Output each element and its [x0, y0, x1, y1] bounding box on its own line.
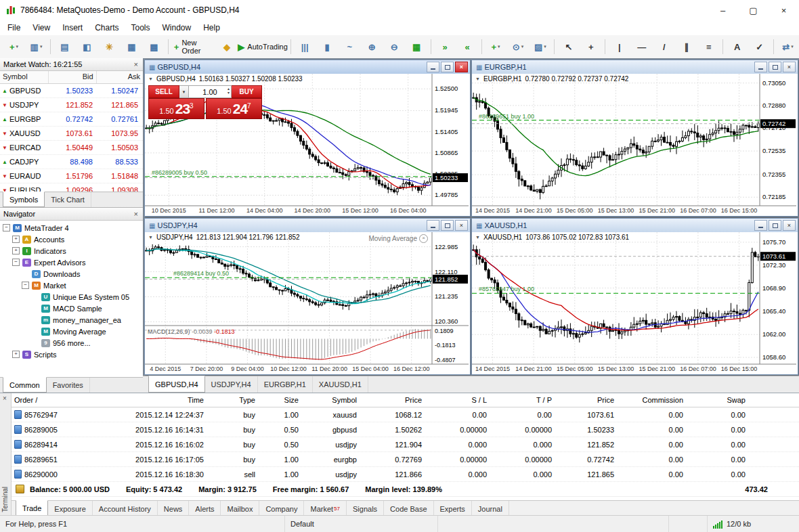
chart-plot[interactable]: #85762947 buy 1.001075.701072.301068.901…: [472, 232, 798, 374]
tree-item-unique-eas-system-05[interactable]: UUnique EAs System 05: [0, 291, 143, 303]
chart-window-xauusd-h1[interactable]: ▦ XAUUSD,H1 × #85762947 buy 1.001075.701…: [471, 218, 798, 375]
indicators-button[interactable]: +▾: [485, 39, 506, 56]
terminal-button[interactable]: ▦: [121, 39, 142, 56]
market-watch-row-eurcad[interactable]: ▼EURCAD1.504491.50503: [0, 141, 143, 155]
tree-item-market[interactable]: −MMarket: [0, 280, 143, 291]
chart-shift-button[interactable]: «: [457, 39, 478, 56]
chart-titlebar[interactable]: ▦ USDJPY,H4 ×: [145, 219, 470, 233]
expand-box-icon[interactable]: +: [12, 351, 20, 358]
tab-favorites[interactable]: Favorites: [47, 378, 90, 393]
tree-item-indicators[interactable]: +IIndicators: [0, 245, 143, 257]
tab-common[interactable]: Common: [3, 377, 47, 393]
minimize-button[interactable]: –: [708, 0, 738, 20]
column-header-price[interactable]: Price: [360, 396, 425, 404]
menu-window[interactable]: Window: [156, 21, 198, 35]
chart-restore-button[interactable]: [769, 62, 781, 72]
tree-item-money-manager-ea[interactable]: mmoney_manager_ea: [0, 314, 143, 326]
trendline-button[interactable]: /: [653, 39, 674, 56]
terminal-tab-alerts[interactable]: Alerts: [189, 501, 221, 516]
tree-item-moving-average[interactable]: MMoving Average: [0, 326, 143, 337]
tab-symbols[interactable]: Symbols: [3, 192, 45, 207]
menu-help[interactable]: Help: [197, 21, 226, 35]
collapse-box-icon[interactable]: −: [12, 259, 20, 266]
terminal-tab-news[interactable]: News: [158, 501, 190, 516]
tree-item-macd-sample[interactable]: MMACD Sample: [0, 303, 143, 314]
chart-minimize-button[interactable]: [754, 62, 767, 72]
text-label-button[interactable]: A: [727, 39, 748, 56]
periods-button[interactable]: ⊙▾: [507, 39, 528, 56]
new-order-button[interactable]: +New Order: [172, 39, 215, 56]
column-ask[interactable]: Ask: [97, 71, 143, 83]
buy-price-button[interactable]: 1.50247: [206, 98, 262, 119]
market-watch-row-xauusd[interactable]: ▼XAUUSD1073.611073.95: [0, 127, 143, 141]
market-watch-row-eurgbp[interactable]: ▲EURGBP0.727420.72761: [0, 112, 143, 127]
chart-minimize-button[interactable]: [754, 220, 767, 231]
zoom-out-button[interactable]: ⊖: [384, 39, 405, 56]
menu-view[interactable]: View: [26, 21, 56, 35]
menu-charts[interactable]: Charts: [89, 21, 125, 35]
oneclick-toggle-icon[interactable]: ▼: [475, 76, 480, 81]
collapse-box-icon[interactable]: −: [22, 282, 29, 289]
market-watch-row-gbpusd[interactable]: ▲GBPUSD1.502331.50247: [0, 84, 143, 98]
auto-scroll-button[interactable]: »: [435, 39, 456, 56]
chart-titlebar[interactable]: ▦ EURGBP,H1 ×: [472, 60, 798, 74]
cursor-button[interactable]: ↖: [558, 39, 579, 56]
terminal-tab-market[interactable]: Market57: [304, 501, 347, 516]
menu-insert[interactable]: Insert: [56, 21, 89, 35]
tree-item-expert-advisors[interactable]: −EExpert Advisors: [0, 257, 143, 268]
chart-tab-usdjpy-h4[interactable]: USDJPY,H4: [205, 376, 258, 393]
chart-plot[interactable]: #86289414 buy 0.50MACD(12,26,9) -0.0039 …: [145, 232, 470, 374]
tree-item-downloads[interactable]: DDownloads: [0, 268, 143, 280]
order-row-85762947[interactable]: 857629472015.12.14 12:24:37buy1.00xauusd…: [12, 407, 799, 422]
chart-close-button[interactable]: ×: [783, 62, 796, 72]
close-button[interactable]: ×: [769, 0, 799, 20]
line-chart-mode-button[interactable]: ~: [339, 39, 360, 56]
column-bid[interactable]: Bid: [49, 71, 96, 83]
crosshair-button[interactable]: +: [580, 39, 601, 56]
column-header-t-p[interactable]: T / P: [490, 396, 555, 404]
terminal-tab-experts[interactable]: Experts: [434, 501, 472, 516]
menu-file[interactable]: File: [1, 21, 26, 35]
tile-windows-button[interactable]: ▦: [406, 39, 427, 56]
expand-box-icon[interactable]: +: [12, 247, 20, 254]
order-row-86290000[interactable]: 862900002015.12.16 16:18:30sell1.00usdjp…: [12, 467, 799, 482]
templates-button[interactable]: ▨▾: [530, 39, 550, 56]
market-watch-close-icon[interactable]: ×: [133, 60, 139, 68]
chart-window-gbpusd-h4[interactable]: ▦ GBPUSD,H4 × #86289005 buy 0.501.525001…: [144, 60, 471, 217]
chart-restore-button[interactable]: [441, 62, 454, 72]
collapse-box-icon[interactable]: −: [3, 224, 10, 231]
chart-tab-xauusd-h1[interactable]: XAUUSD,H1: [313, 376, 368, 393]
vertical-line-button[interactable]: |: [609, 39, 630, 56]
terminal-tab-journal[interactable]: Journal: [472, 501, 509, 516]
column-header-price[interactable]: Price: [555, 396, 617, 404]
tree-item-metatrader-4[interactable]: −MMetaTrader 4: [0, 222, 143, 234]
chart-close-button[interactable]: ×: [783, 220, 796, 231]
market-watch-row-usdjpy[interactable]: ▼USDJPY121.852121.865: [0, 98, 143, 112]
oneclick-toggle-icon[interactable]: ▼: [475, 235, 480, 240]
zoom-in-button[interactable]: ⊕: [362, 39, 383, 56]
remove-indicator-icon[interactable]: ×: [419, 234, 428, 243]
terminal-tab-company[interactable]: Company: [259, 501, 304, 516]
column-header-swap[interactable]: Swap: [686, 396, 748, 404]
navigator-button[interactable]: ✳: [99, 39, 120, 56]
navigator-close-icon[interactable]: ×: [133, 210, 139, 218]
tree-item-accounts[interactable]: +AAccounts: [0, 234, 143, 245]
autotrading-button[interactable]: ▶AutoTrading: [238, 39, 286, 56]
column-header-size[interactable]: Size: [258, 396, 301, 404]
terminal-tab-exposure[interactable]: Exposure: [48, 501, 92, 516]
more-tools-button[interactable]: ⇄▾: [777, 39, 798, 56]
terminal-tab-mailbox[interactable]: Mailbox: [221, 501, 259, 516]
chart-plot[interactable]: #86289651 buy 1.000.730500.728800.727100…: [472, 74, 798, 216]
chart-tab-gbpusd-h4[interactable]: GBPUSD,H4: [148, 376, 205, 393]
buy-button[interactable]: BUY: [232, 85, 262, 98]
arrow-objects-button[interactable]: ✓: [749, 39, 770, 56]
column-header-order[interactable]: Order /: [12, 396, 87, 404]
oneclick-toggle-icon[interactable]: ▼: [148, 76, 153, 81]
chart-titlebar[interactable]: ▦ XAUUSD,H1 ×: [472, 219, 798, 233]
new-chart-button[interactable]: +▾: [3, 39, 24, 56]
terminal-tab-account-history[interactable]: Account History: [93, 501, 158, 516]
sell-price-button[interactable]: 1.50233: [148, 98, 204, 119]
chart-close-button[interactable]: ×: [455, 62, 468, 72]
terminal-close-icon[interactable]: ×: [3, 395, 7, 402]
column-symbol[interactable]: Symbol: [0, 71, 49, 83]
